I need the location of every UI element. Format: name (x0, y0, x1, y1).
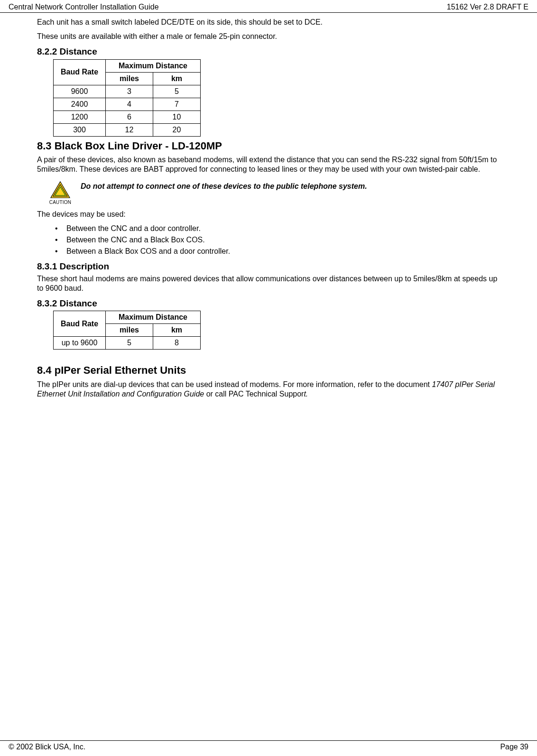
table-row: 1200 6 10 (54, 111, 201, 123)
intro-paragraph-2: These units are available with either a … (37, 32, 500, 41)
cell-miles: 5 (106, 337, 153, 350)
s84-paragraph-1: The pIPer units are dial-up devices that… (37, 380, 500, 399)
cell-baud: 9600 (54, 85, 106, 98)
cell-miles: 6 (106, 111, 153, 123)
th-max-distance: Maximum Distance (106, 311, 201, 324)
footer-copyright: © 2002 Blick USA, Inc. (9, 743, 85, 751)
heading-8-4: 8.4 pIPer Serial Ethernet Units (37, 364, 500, 377)
cell-baud: 1200 (54, 111, 106, 123)
th-km: km (153, 324, 201, 337)
s83-paragraph-2: The devices may be used: (37, 210, 500, 219)
cell-miles: 4 (106, 98, 153, 111)
text-run: or call PAC Technical Suppor (204, 390, 304, 398)
header-title: Central Network Controller Installation … (9, 3, 159, 11)
cell-km: 7 (153, 98, 201, 111)
list-item: Between the CNC and a door controller. (53, 224, 500, 233)
cell-km: 5 (153, 85, 201, 98)
list-item: Between the CNC and a Black Box COS. (53, 235, 500, 245)
cell-baud: 2400 (54, 98, 106, 111)
cell-baud: up to 9600 (54, 337, 106, 350)
list-item: Between a Black Box COS and a door contr… (53, 247, 500, 256)
cell-miles: 3 (106, 85, 153, 98)
footer-page-number: Page 39 (500, 743, 528, 751)
th-km: km (153, 72, 201, 85)
heading-8-3-2: 8.3.2 Distance (37, 298, 500, 309)
cell-baud: 300 (54, 123, 106, 136)
intro-paragraph-1: Each unit has a small switch labeled DCE… (37, 18, 500, 27)
page-footer: © 2002 Blick USA, Inc. Page 39 (0, 740, 537, 756)
th-baud-rate: Baud Rate (54, 311, 106, 337)
table-row: up to 9600 5 8 (54, 337, 201, 350)
th-max-distance: Maximum Distance (106, 59, 201, 72)
text-run: t. (304, 390, 308, 398)
usage-list: Between the CNC and a door controller. B… (53, 224, 500, 256)
caution-block: CAUTION Do not attempt to connect one of… (48, 181, 500, 206)
header-docref: 15162 Ver 2.8 DRAFT E (447, 3, 528, 11)
table-row: 9600 3 5 (54, 85, 201, 98)
th-miles: miles (106, 324, 153, 337)
table-row: Baud Rate Maximum Distance (54, 59, 201, 72)
text-run: The pIPer units are dial-up devices that… (37, 380, 432, 388)
s83-paragraph-1: A pair of these devices, also known as b… (37, 155, 500, 174)
spacer (37, 352, 500, 361)
caution-label: CAUTION (48, 200, 72, 206)
page-content: Each unit has a small switch labeled DCE… (0, 13, 537, 399)
table-row: 300 12 20 (54, 123, 201, 136)
heading-8-3-1: 8.3.1 Description (37, 261, 500, 272)
cell-km: 20 (153, 123, 201, 136)
caution-text: Do not attempt to connect one of these d… (72, 181, 367, 191)
th-baud-rate: Baud Rate (54, 59, 106, 85)
table-row: Baud Rate Maximum Distance (54, 311, 201, 324)
distance-table-832: Baud Rate Maximum Distance miles km up t… (53, 311, 201, 350)
page-header: Central Network Controller Installation … (0, 0, 537, 13)
table-row: 2400 4 7 (54, 98, 201, 111)
distance-table-822: Baud Rate Maximum Distance miles km 9600… (53, 59, 201, 137)
cell-km: 10 (153, 111, 201, 123)
th-miles: miles (106, 72, 153, 85)
heading-8-2-2: 8.2.2 Distance (37, 46, 500, 57)
cell-km: 8 (153, 337, 201, 350)
caution-icon: CAUTION (48, 181, 72, 206)
heading-8-3: 8.3 Black Box Line Driver - LD-120MP (37, 139, 500, 153)
s831-paragraph-1: These short haul modems are mains powere… (37, 274, 500, 293)
cell-miles: 12 (106, 123, 153, 136)
